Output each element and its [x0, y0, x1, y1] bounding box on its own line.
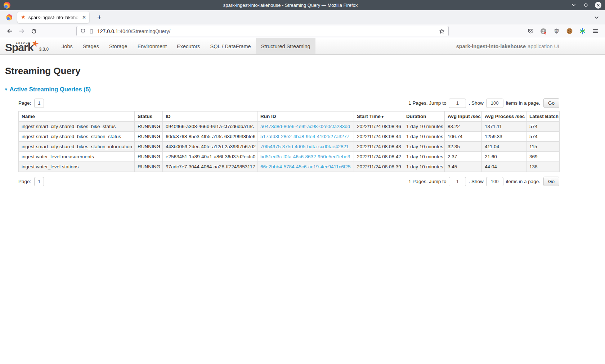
maximize-icon[interactable]: [583, 2, 589, 8]
jump-to-input[interactable]: [449, 99, 466, 108]
cell-id: 60dc3768-85e3-4fb5-a13c-63b29938bfe6: [163, 132, 257, 142]
page-number-input[interactable]: [34, 177, 44, 186]
page-info-icon[interactable]: [89, 28, 94, 34]
cell-latest-batch: 574: [526, 122, 560, 132]
collapse-arrow-icon: ▾: [5, 87, 7, 92]
run-id-link[interactable]: 66e2bbb4-5784-45c6-ac19-4ec9411c6f25: [260, 164, 350, 169]
tab-jobs[interactable]: Jobs: [57, 38, 78, 54]
cell-latest-batch: 369: [526, 152, 560, 162]
page-label: Page:: [18, 179, 31, 184]
table-row: ingest water_level measurements RUNNING …: [19, 152, 560, 162]
table-row: ingest smart_city shared_bikes_station_i…: [19, 142, 560, 152]
cell-id: 443b0059-2dec-40fe-a12d-2a393f7b67d2: [163, 142, 257, 152]
run-id-link[interactable]: a0473d8d-80e6-4e9f-ac98-02e0cfa283dd: [260, 124, 350, 129]
close-icon[interactable]: [595, 2, 601, 8]
page-size-input[interactable]: [486, 177, 503, 186]
table-row: ingest smart_city shared_bikes_station_s…: [19, 132, 560, 142]
list-tabs-icon[interactable]: [591, 12, 601, 22]
cell-run-id: a0473d8d-80e6-4e9f-ac98-02e0cfa283dd: [257, 122, 354, 132]
reload-icon[interactable]: [29, 26, 39, 36]
col-header-avg-input[interactable]: Avg Input /sec: [445, 112, 482, 122]
jump-to-input[interactable]: [449, 177, 466, 186]
cell-avg-input: 3.45: [445, 162, 482, 172]
profile-extension-icon[interactable]: [539, 27, 548, 36]
menu-hamburger-icon[interactable]: [591, 27, 600, 36]
browser-tab[interactable]: spark-ingest-into-lakehous ✕: [17, 12, 89, 23]
browser-tabbar: spark-ingest-into-lakehous ✕ +: [0, 10, 605, 24]
go-button[interactable]: Go: [543, 98, 559, 108]
spark-logo[interactable]: APACHE Spark ★ 3.3.0: [5, 38, 51, 54]
cell-avg-process: 21.60: [482, 152, 526, 162]
cell-latest-batch: 574: [526, 132, 560, 142]
go-button[interactable]: Go: [543, 177, 559, 186]
cell-start-time: 2022/11/24 08:08:43: [354, 142, 403, 152]
queries-table-zone: Page: 1 Pages. Jump to . Show items in a…: [18, 98, 559, 186]
cell-avg-input: 106.74: [445, 132, 482, 142]
col-header-run-id[interactable]: Run ID: [257, 112, 354, 122]
items-label: items in a page.: [506, 100, 540, 106]
cell-name: ingest water_level measurements: [19, 152, 135, 162]
application-title: spark-ingest-into-lakehouse application …: [456, 38, 605, 54]
spark-header: APACHE Spark ★ 3.3.0 Jobs Stages Storage…: [0, 38, 605, 55]
col-header-avg-process[interactable]: Avg Process /sec: [482, 112, 526, 122]
items-label: items in a page.: [506, 179, 540, 184]
run-id-link[interactable]: bd51ed3c-f0fa-46c6-8632-950e5ed1ebe3: [260, 154, 350, 159]
page-content: Streaming Query ▾ Active Streaming Queri…: [0, 65, 605, 186]
cell-avg-process: 1371.11: [482, 122, 526, 132]
tab-sql-dataframe[interactable]: SQL / DataFrame: [205, 38, 256, 54]
forward-icon[interactable]: [17, 26, 27, 36]
tab-storage[interactable]: Storage: [104, 38, 133, 54]
cell-name: ingest smart_city shared_bikes_station_s…: [19, 132, 135, 142]
col-header-latest-batch[interactable]: Latest Batch: [526, 112, 560, 122]
cell-latest-batch: 115: [526, 142, 560, 152]
tab-close-icon[interactable]: ✕: [82, 15, 86, 20]
col-header-status[interactable]: Status: [135, 112, 163, 122]
cell-id: e2563451-1a89-40a1-a86f-36d37d2ecfc0: [163, 152, 257, 162]
col-header-name[interactable]: Name: [19, 112, 135, 122]
cookie-extension-icon[interactable]: [565, 27, 574, 36]
browser-toolbar: 127.0.0.1:4040/StreamingQuery/ UO: [0, 24, 605, 38]
cell-avg-input: 83.22: [445, 122, 482, 132]
shield-icon[interactable]: [80, 28, 86, 34]
pagination-bottom: Page: 1 Pages. Jump to . Show items in a…: [18, 177, 559, 186]
cell-run-id: 70f54975-375d-4d05-bdfa-ccd0fae42821: [257, 142, 354, 152]
col-header-start-time[interactable]: Start Time▾: [354, 112, 403, 122]
run-id-link[interactable]: 70f54975-375d-4d05-bdfa-ccd0fae42821: [260, 144, 349, 149]
pages-summary: 1 Pages. Jump to: [408, 100, 446, 106]
ublock-shield-icon[interactable]: UO: [552, 27, 561, 36]
bookmark-star-icon[interactable]: [439, 28, 445, 34]
streaming-queries-table: Name Status ID Run ID Start Time▾ Durati…: [18, 111, 560, 172]
page-size-input[interactable]: [486, 99, 503, 108]
application-suffix: application UI: [528, 44, 559, 49]
cell-id: 97adc7e7-3044-4064-aa28-ff7249853117: [163, 162, 257, 172]
url-host: 127.0.0.1: [97, 28, 118, 34]
url-text[interactable]: 127.0.0.1:4040/StreamingQuery/: [97, 28, 170, 34]
sort-desc-icon: ▾: [382, 115, 384, 119]
cell-start-time: 2022/11/24 08:08:46: [354, 122, 403, 132]
cell-id: 0940ff66-a308-466b-9e1a-cf7cd6dba13c: [163, 122, 257, 132]
cell-avg-process: 1259.33: [482, 132, 526, 142]
page-number-input[interactable]: [34, 99, 44, 108]
tab-stages[interactable]: Stages: [78, 38, 104, 54]
back-icon[interactable]: [4, 26, 14, 36]
tab-structured-streaming[interactable]: Structured Streaming: [256, 38, 315, 54]
col-header-duration[interactable]: Duration: [403, 112, 445, 122]
minimize-icon[interactable]: [570, 2, 577, 8]
spark-logo-apache: APACHE: [16, 42, 31, 45]
tab-environment[interactable]: Environment: [133, 38, 172, 54]
page-title: Streaming Query: [5, 65, 600, 77]
new-tab-button[interactable]: +: [94, 12, 104, 22]
firefox-view-icon[interactable]: [4, 12, 14, 23]
url-bar[interactable]: 127.0.0.1:4040/StreamingQuery/: [76, 26, 449, 36]
cell-name: ingest water_level stations: [19, 162, 135, 172]
active-queries-toggle[interactable]: ▾ Active Streaming Queries (5): [5, 86, 91, 93]
run-id-link[interactable]: 517afd3f-28e2-4ba8-9fe4-4102527a3277: [260, 134, 349, 139]
tab-executors[interactable]: Executors: [172, 38, 205, 54]
col-header-id[interactable]: ID: [163, 112, 257, 122]
window-titlebar: spark-ingest-into-lakehouse - Streaming …: [0, 0, 605, 10]
pocket-icon[interactable]: [526, 27, 535, 36]
cell-duration: 1 day 10 minutes: [403, 132, 445, 142]
cell-run-id: bd51ed3c-f0fa-46c6-8632-950e5ed1ebe3: [257, 152, 354, 162]
asterisk-extension-icon[interactable]: [578, 27, 587, 36]
cell-avg-process: 411.04: [482, 142, 526, 152]
